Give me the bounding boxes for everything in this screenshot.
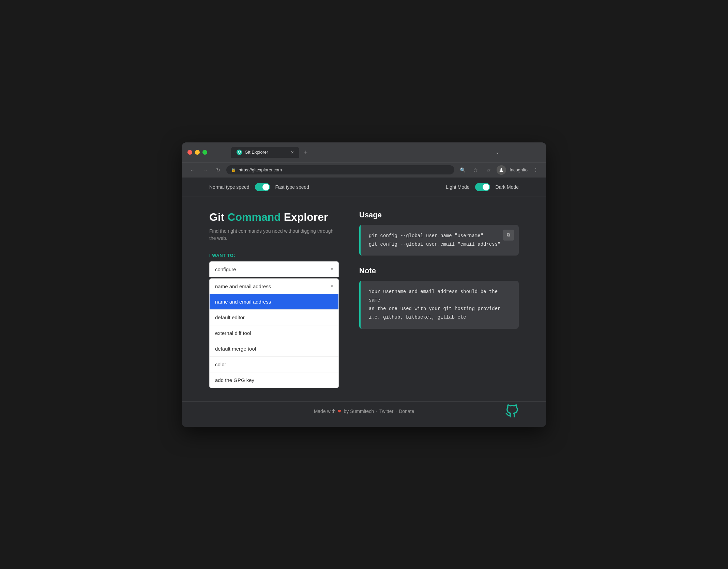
traffic-lights bbox=[187, 150, 207, 155]
configure-selected-value: configure bbox=[215, 266, 236, 272]
tab-favicon: ⬡ bbox=[237, 150, 242, 155]
want-label: I want to: bbox=[209, 253, 339, 258]
github-icon[interactable] bbox=[505, 404, 519, 418]
dropdown-item-external-diff[interactable]: external diff tool bbox=[210, 325, 338, 341]
main-content: Git Command Explorer Find the right comm… bbox=[182, 197, 546, 401]
page-content: Normal type speed Fast type speed Light … bbox=[182, 178, 546, 421]
tab-title: Git Explorer bbox=[245, 150, 268, 155]
forward-button[interactable]: → bbox=[200, 165, 210, 175]
new-tab-button[interactable]: + bbox=[301, 147, 311, 158]
dropdown-item-color[interactable]: color bbox=[210, 357, 338, 372]
made-with-text: Made with bbox=[314, 409, 336, 414]
page-subtitle: Find the right commands you need without… bbox=[209, 228, 339, 242]
incognito-label: Incognito bbox=[510, 167, 528, 172]
title-command-text: Command bbox=[227, 211, 280, 223]
window-menu-button[interactable]: ⌄ bbox=[495, 149, 500, 155]
twitter-link[interactable]: Twitter bbox=[379, 409, 393, 414]
dropdown-item-gpg-key[interactable]: add the GPG key bbox=[210, 372, 338, 388]
note-block-inner: Your username and email address should b… bbox=[361, 281, 519, 329]
dot-1: · bbox=[376, 409, 377, 414]
dark-mode-knob bbox=[483, 184, 489, 190]
dropdown-item-label: default merge tool bbox=[215, 346, 256, 352]
code-block-inner: git config --global user.name "username"… bbox=[361, 225, 519, 256]
fast-speed-label: Fast type speed bbox=[275, 184, 309, 190]
back-button[interactable]: ← bbox=[187, 165, 197, 175]
speed-toggle[interactable] bbox=[255, 183, 270, 191]
browser-actions: 🔍 ☆ ▱ Incognito ⋮ bbox=[458, 165, 541, 175]
dropdown-item-label: external diff tool bbox=[215, 330, 251, 336]
subject-dropdown[interactable]: name and email address ▾ bbox=[209, 278, 339, 294]
configure-dropdown[interactable]: configure ▾ bbox=[209, 261, 339, 277]
close-window-button[interactable] bbox=[187, 150, 192, 155]
footer-text: Made with ❤ by Summitech · Twitter · Don… bbox=[314, 409, 414, 414]
toggle-knob bbox=[262, 184, 269, 190]
maximize-window-button[interactable] bbox=[202, 150, 207, 155]
profile-button[interactable] bbox=[497, 165, 506, 175]
dropdown-item-label: default editor bbox=[215, 314, 245, 320]
minimize-window-button[interactable] bbox=[195, 150, 200, 155]
left-panel: Git Command Explorer Find the right comm… bbox=[209, 211, 339, 388]
reload-button[interactable]: ↻ bbox=[213, 165, 223, 175]
menu-button[interactable]: ⋮ bbox=[531, 165, 541, 175]
tab-close-button[interactable]: × bbox=[291, 150, 294, 155]
url-bar[interactable]: 🔒 https://gitexplorer.com bbox=[226, 165, 454, 174]
search-button[interactable]: 🔍 bbox=[458, 165, 467, 175]
light-mode-label: Light Mode bbox=[446, 184, 469, 190]
subject-chevron-icon: ▾ bbox=[331, 284, 333, 289]
dark-mode-toggle[interactable] bbox=[475, 183, 490, 191]
dropdown-item-label: name and email address bbox=[215, 299, 271, 305]
browser-window: ⬡ Git Explorer × + ⌄ ← → ↻ 🔒 https://git… bbox=[182, 142, 546, 427]
dropdown-item-default-editor[interactable]: default editor bbox=[210, 310, 338, 325]
top-toolbar: Normal type speed Fast type speed Light … bbox=[182, 178, 546, 197]
subject-dropdown-container: name and email address ▾ name and email … bbox=[209, 278, 339, 294]
title-git: Git bbox=[209, 211, 224, 223]
dark-mode-label: Dark Mode bbox=[496, 184, 519, 190]
dropdown-item-label: add the GPG key bbox=[215, 377, 254, 383]
bookmark-button[interactable]: ☆ bbox=[471, 165, 480, 175]
usage-code-block: git config --global user.name "username"… bbox=[359, 225, 519, 256]
code-line-2: git config --global user.email "email ad… bbox=[369, 240, 511, 249]
normal-speed-label: Normal type speed bbox=[209, 184, 249, 190]
dropdown-item-default-merge[interactable]: default merge tool bbox=[210, 341, 338, 357]
right-panel: Usage git config --global user.name "use… bbox=[359, 211, 519, 388]
note-text-3: i.e. github, bitbucket, gitlab etc bbox=[369, 313, 511, 322]
url-text: https://gitexplorer.com bbox=[239, 167, 282, 172]
browser-chrome: ⬡ Git Explorer × + ⌄ ← → ↻ 🔒 https://git… bbox=[182, 142, 546, 178]
configure-chevron-icon: ▾ bbox=[331, 267, 333, 272]
donate-link[interactable]: Donate bbox=[399, 409, 414, 414]
dropdown-item-name-email[interactable]: name and email address bbox=[210, 294, 338, 310]
title-explorer-text: Explorer bbox=[284, 211, 328, 223]
page-title: Git Command Explorer bbox=[209, 211, 339, 224]
split-view-button[interactable]: ▱ bbox=[484, 165, 493, 175]
code-line-1: git config --global user.name "username" bbox=[369, 232, 511, 240]
address-bar: ← → ↻ 🔒 https://gitexplorer.com 🔍 ☆ ▱ In… bbox=[182, 162, 546, 178]
subject-selected-value: name and email address bbox=[215, 283, 271, 289]
speed-controls: Normal type speed Fast type speed bbox=[209, 183, 309, 191]
heart-icon: ❤ bbox=[337, 409, 342, 414]
by-text: by Summitech bbox=[344, 409, 374, 414]
configure-dropdown-container: configure ▾ bbox=[209, 261, 339, 277]
svg-point-0 bbox=[501, 168, 502, 170]
copy-button[interactable]: ⧉ bbox=[503, 230, 514, 241]
page-footer: Made with ❤ by Summitech · Twitter · Don… bbox=[182, 401, 546, 421]
title-bar: ⬡ Git Explorer × + ⌄ bbox=[182, 142, 546, 162]
security-icon: 🔒 bbox=[231, 168, 236, 172]
active-tab[interactable]: ⬡ Git Explorer × bbox=[231, 147, 299, 158]
usage-title: Usage bbox=[359, 211, 519, 219]
note-text-2: as the one used with your git hosting pr… bbox=[369, 305, 511, 313]
mode-controls: Light Mode Dark Mode bbox=[446, 183, 519, 191]
dropdown-item-label: color bbox=[215, 362, 226, 367]
tab-bar: ⬡ Git Explorer × + ⌄ bbox=[211, 147, 541, 158]
subject-dropdown-menu: name and email address default editor ex… bbox=[209, 294, 339, 388]
note-block: Your username and email address should b… bbox=[359, 281, 519, 329]
dot-2: · bbox=[395, 409, 397, 414]
note-text-1: Your username and email address should b… bbox=[369, 288, 511, 305]
note-title: Note bbox=[359, 266, 519, 275]
